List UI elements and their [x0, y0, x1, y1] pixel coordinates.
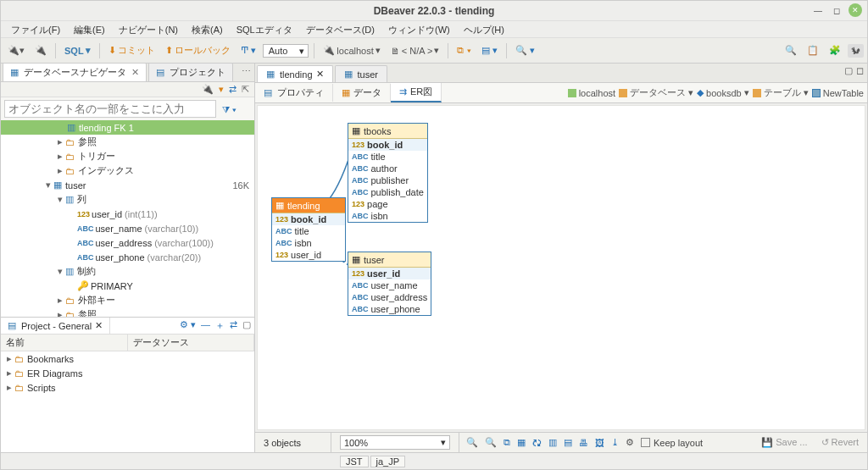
expand-arrow[interactable]: ▸ [4, 382, 14, 393]
tree-node-ref2[interactable]: ▸🗀参照 [1, 307, 254, 317]
menu-file[interactable]: ファイル(F) [6, 23, 65, 36]
project-item-scripts[interactable]: ▸🗀Scripts [1, 380, 254, 395]
er-table-tbooks[interactable]: ▦tbooks 123book_idABCtitleABCauthorABCpu… [348, 123, 428, 223]
er-column[interactable]: 123book_id [272, 213, 345, 225]
refresh-icon[interactable]: 🔌 [202, 84, 214, 95]
filter-icon[interactable]: ⧩ ▾ [222, 104, 236, 114]
subtab-data[interactable]: ▦データ [333, 84, 391, 102]
expand-arrow[interactable]: ▸ [55, 295, 65, 306]
link-icon[interactable]: ⇄ [229, 84, 236, 95]
tool-5-icon[interactable]: ▥ [548, 437, 557, 448]
refresh-icon[interactable]: 🗘 [532, 438, 542, 448]
restore-icon[interactable]: ▢ [844, 65, 853, 76]
project-tab[interactable]: ▤Project - General✕ [1, 318, 110, 334]
menu-database[interactable]: データベース(D) [301, 23, 380, 36]
minus-icon[interactable]: — [201, 319, 210, 332]
project-tree[interactable]: ▸🗀Bookmarks ▸🗀ER Diagrams ▸🗀Scripts [1, 351, 254, 452]
er-table-tuser[interactable]: ▦tuser 123user_idABCuser_nameABCuser_add… [348, 252, 431, 316]
maximize-icon[interactable]: ▢ [242, 319, 251, 332]
menu-edit[interactable]: 編集(E) [69, 23, 110, 36]
export-image-icon[interactable]: 🖼 [595, 438, 604, 448]
collapse-arrow[interactable]: ▾ [55, 194, 65, 205]
host-selector[interactable]: 🔌 localhost ▾ [320, 43, 383, 58]
er-column[interactable]: ABCpublish_date [348, 186, 427, 198]
db-tree[interactable]: ▥tlending FK 1 ▸🗀参照 ▸🗀トリガー ▸🗀インデックス ▾▦tu… [1, 120, 254, 317]
menu-window[interactable]: ウィンドウ(W) [383, 23, 455, 36]
tab-db-navigator[interactable]: ▦データベースナビゲータ✕ [3, 63, 147, 81]
tree-node-tuser[interactable]: ▾▦tuser16K [1, 178, 254, 192]
tree-node-primary[interactable]: 🔑PRIMARY [1, 279, 254, 293]
keep-layout-toggle[interactable]: Keep layout [641, 438, 703, 448]
tree-node-index[interactable]: ▸🗀インデックス [1, 163, 254, 178]
bc-booksdb[interactable]: ◆booksdb ▾ [697, 87, 749, 98]
maximize-icon[interactable]: ◻ [856, 65, 864, 76]
tree-col-username[interactable]: ABCuser_name(varchar(10)) [1, 221, 254, 235]
er-column[interactable]: 123user_id [348, 268, 431, 279]
export-icon[interactable]: ⤓ [611, 437, 619, 448]
expand-arrow[interactable]: ▸ [55, 136, 65, 147]
locale-cell[interactable]: ja_JP [370, 456, 406, 467]
er-table-header[interactable]: ▦tuser [348, 252, 431, 268]
menu-sqleditor[interactable]: SQLエディタ [231, 23, 298, 36]
zoom-out-icon[interactable]: 🔍 [485, 437, 497, 448]
find-icon[interactable]: 🔍 [782, 43, 800, 58]
expand-arrow[interactable]: ▸ [4, 353, 14, 364]
tree-node-trigger[interactable]: ▸🗀トリガー [1, 149, 254, 163]
editor-tab-tlending[interactable]: ▦tlending✕ [257, 65, 333, 82]
tool-icon-1[interactable]: ⧉ ▾ [453, 43, 474, 58]
collapse-arrow[interactable]: ▾ [55, 266, 65, 277]
er-column[interactable]: ABCisbn [272, 237, 345, 249]
bc-host[interactable]: localhost [568, 88, 615, 98]
maximize-button[interactable] [830, 3, 843, 17]
expand-arrow[interactable]: ▸ [55, 165, 65, 176]
search-icon[interactable]: 🔍 ▾ [512, 43, 538, 58]
close-button[interactable] [849, 3, 862, 17]
col-datasource-header[interactable]: データソース [128, 335, 255, 351]
collapse-icon[interactable]: ▾ [219, 84, 224, 95]
zoom-in-icon[interactable]: 🔍 [466, 437, 478, 448]
er-column[interactable]: ABCuser_phone [348, 303, 431, 315]
tab-projects[interactable]: ▤プロジェクト [148, 63, 233, 81]
new-connection-icon[interactable]: 🔌▾ [4, 43, 28, 58]
timezone-cell[interactable]: JST [340, 456, 369, 467]
perspective-icon[interactable]: 🧩 [826, 43, 844, 58]
tree-node-fk-group[interactable]: ▸🗀外部キー [1, 293, 254, 307]
er-column[interactable]: 123page [348, 198, 427, 210]
close-tab-icon[interactable]: ✕ [131, 67, 139, 78]
tool-icon-2[interactable]: ▤ ▾ [478, 43, 501, 58]
view-menu-icon[interactable]: ⋯ [242, 66, 251, 77]
tx-button[interactable]: Ͳ ▾ [237, 43, 259, 58]
app-icon[interactable]: 🐿 [848, 44, 864, 58]
expand-arrow[interactable]: ▸ [55, 151, 65, 162]
tree-node-constraint[interactable]: ▾▥制約 [1, 264, 254, 279]
new-sql-icon[interactable]: 🔌 [31, 43, 50, 58]
expand-arrow[interactable]: ▸ [4, 368, 14, 379]
er-column[interactable]: ABCauthor [348, 163, 427, 174]
expand-icon[interactable]: ⇱ [242, 84, 249, 95]
er-column[interactable]: ABCuser_name [348, 279, 431, 291]
rollback-button[interactable]: ⬆ ロールバック [162, 42, 234, 58]
tree-node-fk[interactable]: ▥tlending FK 1 [1, 120, 254, 135]
tool-6-icon[interactable]: ▤ [564, 437, 572, 448]
grid-icon[interactable]: ▦ [517, 437, 526, 448]
er-column[interactable]: ABCuser_address [348, 291, 431, 303]
editor-tab-tuser[interactable]: ▦tuser [335, 65, 387, 82]
revert-button[interactable]: ↺ Revert [821, 437, 859, 448]
save-button[interactable]: 💾 Save ... [761, 437, 807, 448]
filter-input[interactable] [4, 100, 216, 118]
menu-navigate[interactable]: ナビゲート(N) [114, 23, 183, 36]
er-column[interactable]: ABCisbn [348, 210, 427, 222]
fit-icon[interactable]: ⧉ [504, 437, 510, 448]
close-tab-icon[interactable]: ✕ [95, 320, 103, 331]
bc-database[interactable]: データベース ▾ [619, 86, 693, 99]
commit-button[interactable]: ⬇ コミット [105, 42, 159, 58]
col-name-header[interactable]: 名前 [1, 335, 128, 351]
er-column[interactable]: 123book_id [348, 139, 427, 151]
project-item-er[interactable]: ▸🗀ER Diagrams [1, 366, 254, 380]
tree-col-userphone[interactable]: ABCuser_phone(varchar(20)) [1, 250, 254, 264]
er-canvas[interactable]: ▦tbooks 123book_idABCtitleABCauthorABCpu… [257, 105, 865, 430]
menu-help[interactable]: ヘルプ(H) [459, 23, 509, 36]
er-table-tlending[interactable]: ▦tlending 123book_idABCtitleABCisbn123us… [271, 197, 346, 262]
er-table-header[interactable]: ▦tbooks [348, 124, 427, 139]
er-column[interactable]: ABCtitle [272, 225, 345, 237]
